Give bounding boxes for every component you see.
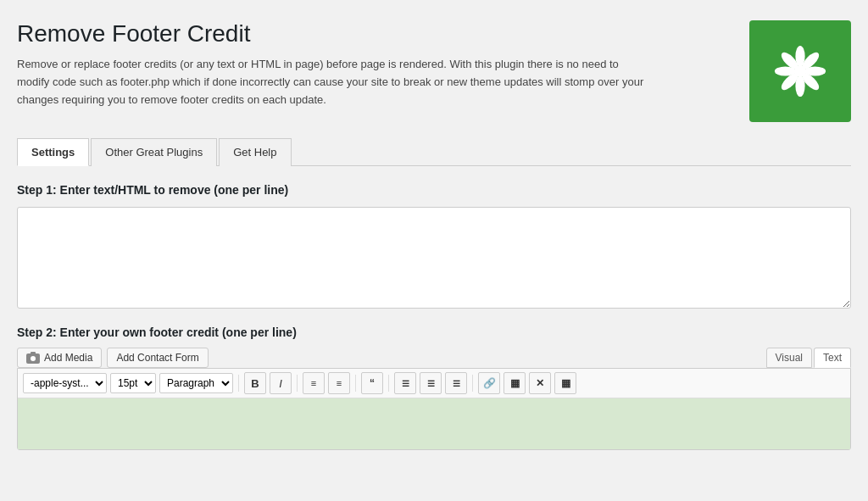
plugin-logo: [749, 20, 851, 122]
separator-2: [297, 375, 298, 392]
visual-text-tabs: Visual Text: [766, 348, 851, 368]
add-media-icon: [26, 352, 40, 364]
separator-4: [388, 375, 389, 392]
tab-text[interactable]: Text: [814, 348, 851, 368]
align-center-button[interactable]: ☰: [420, 372, 442, 394]
page-wrapper: Remove Footer Credit Remove or replace f…: [0, 0, 868, 501]
editor-container: -apple-syst... 15pt Paragraph B I ≡ ≡ “ …: [17, 368, 851, 450]
add-contact-form-button[interactable]: Add Contact Form: [107, 348, 208, 368]
align-left-button[interactable]: ☰: [394, 372, 416, 394]
tab-settings[interactable]: Settings: [17, 138, 89, 166]
plugin-logo-icon: [771, 42, 830, 101]
bold-button[interactable]: B: [244, 372, 266, 394]
remove-format-button[interactable]: ✕: [529, 372, 551, 394]
header-row: Remove Footer Credit Remove or replace f…: [17, 20, 851, 122]
add-media-button[interactable]: Add Media: [17, 348, 102, 368]
paragraph-select[interactable]: Paragraph: [159, 373, 233, 393]
editor-format-bar: -apple-syst... 15pt Paragraph B I ≡ ≡ “ …: [18, 369, 850, 398]
svg-rect-11: [31, 352, 36, 354]
step1-label: Step 1: Enter text/HTML to remove (one p…: [17, 183, 851, 197]
editor-content-area[interactable]: [18, 398, 850, 449]
tab-get-help[interactable]: Get Help: [219, 138, 291, 166]
italic-button[interactable]: I: [270, 372, 292, 394]
font-size-select[interactable]: 15pt: [110, 373, 156, 393]
plugin-title: Remove Footer Credit: [17, 20, 732, 47]
ul-button[interactable]: ≡: [303, 372, 325, 394]
table-button[interactable]: ▦: [504, 372, 526, 394]
editor-buttons-left: Add Media Add Contact Form: [17, 348, 209, 368]
header-text: Remove Footer Credit Remove or replace f…: [17, 20, 749, 109]
ol-button[interactable]: ≡: [328, 372, 350, 394]
align-right-button[interactable]: ☰: [445, 372, 467, 394]
tab-other-plugins[interactable]: Other Great Plugins: [91, 138, 217, 166]
plugin-description: Remove or replace footer credits (or any…: [17, 56, 653, 109]
separator-1: [238, 375, 239, 392]
blockquote-button[interactable]: “: [361, 372, 383, 394]
step2-label: Step 2: Enter your own footer credit (on…: [17, 326, 851, 339]
editor-toolbar-top: Add Media Add Contact Form Visual Text: [17, 348, 851, 368]
remove-text-textarea[interactable]: [17, 207, 851, 309]
tab-visual[interactable]: Visual: [766, 348, 812, 368]
content-area: Step 1: Enter text/HTML to remove (one p…: [17, 183, 851, 450]
separator-5: [472, 375, 473, 392]
tabs-row: Settings Other Great Plugins Get Help: [17, 137, 851, 166]
separator-3: [355, 375, 356, 392]
font-family-select[interactable]: -apple-syst...: [23, 373, 107, 393]
grid-button[interactable]: ▦: [554, 372, 576, 394]
svg-point-10: [31, 356, 36, 361]
svg-point-8: [794, 65, 806, 77]
link-button[interactable]: 🔗: [478, 372, 500, 394]
